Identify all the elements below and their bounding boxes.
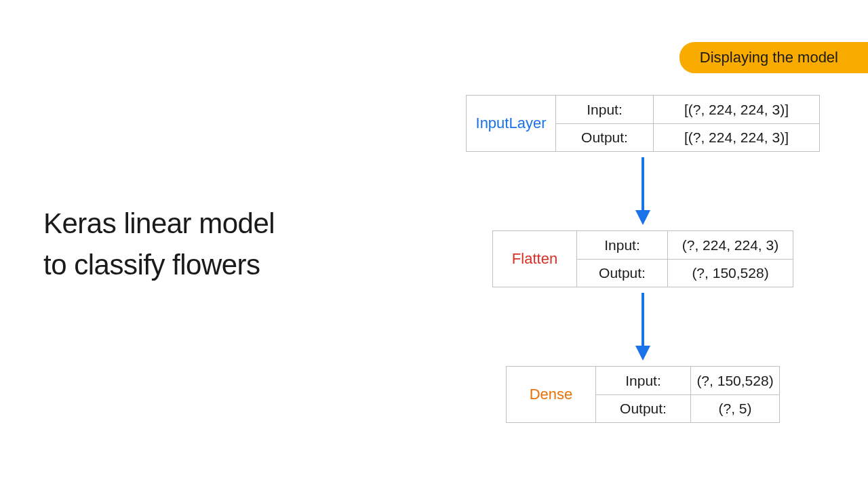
- row-value-input: [(?, 224, 224, 3)]: [654, 96, 819, 123]
- layer-name-inputlayer: InputLayer: [467, 96, 556, 151]
- layer-name-dense: Dense: [507, 367, 596, 422]
- row-label-output: Output:: [577, 260, 668, 287]
- row-value-input: (?, 150,528): [691, 367, 779, 394]
- row-label-output: Output:: [556, 124, 654, 151]
- layer-inputlayer: InputLayer Input: [(?, 224, 224, 3)] Out…: [466, 95, 820, 152]
- title-line-1: Keras linear model: [43, 207, 275, 239]
- layer-row-output: Output: [(?, 224, 224, 3)]: [556, 123, 819, 151]
- layer-name-flatten: Flatten: [493, 231, 577, 287]
- layer-flatten: Flatten Input: (?, 224, 224, 3) Output: …: [492, 230, 793, 287]
- layer-row-input: Input: [(?, 224, 224, 3)]: [556, 96, 819, 123]
- layer-row-input: Input: (?, 150,528): [596, 367, 779, 394]
- row-value-output: [(?, 224, 224, 3)]: [654, 124, 819, 151]
- row-value-output: (?, 150,528): [668, 260, 793, 287]
- title-line-2: to classify flowers: [43, 249, 260, 281]
- svg-marker-3: [635, 346, 650, 361]
- row-value-output: (?, 5): [691, 395, 779, 422]
- row-label-output: Output:: [596, 395, 691, 422]
- model-diagram: InputLayer Input: [(?, 224, 224, 3)] Out…: [465, 95, 821, 423]
- row-label-input: Input:: [556, 96, 654, 123]
- svg-marker-1: [635, 210, 650, 225]
- layer-row-output: Output: (?, 150,528): [577, 259, 793, 287]
- layer-dense: Dense Input: (?, 150,528) Output: (?, 5): [506, 366, 780, 423]
- layer-row-output: Output: (?, 5): [596, 394, 779, 422]
- layer-rows: Input: [(?, 224, 224, 3)] Output: [(?, 2…: [556, 96, 819, 151]
- layer-row-input: Input: (?, 224, 224, 3): [577, 231, 793, 259]
- layer-rows: Input: (?, 150,528) Output: (?, 5): [596, 367, 779, 422]
- layer-rows: Input: (?, 224, 224, 3) Output: (?, 150,…: [577, 231, 793, 287]
- page-title: Keras linear model to classify flowers: [43, 203, 275, 286]
- row-value-input: (?, 224, 224, 3): [668, 231, 793, 259]
- section-badge: Displaying the model: [679, 42, 868, 73]
- row-label-input: Input:: [596, 367, 691, 394]
- arrow-down-icon: [633, 293, 653, 361]
- arrow-down-icon: [633, 157, 653, 225]
- row-label-input: Input:: [577, 231, 668, 259]
